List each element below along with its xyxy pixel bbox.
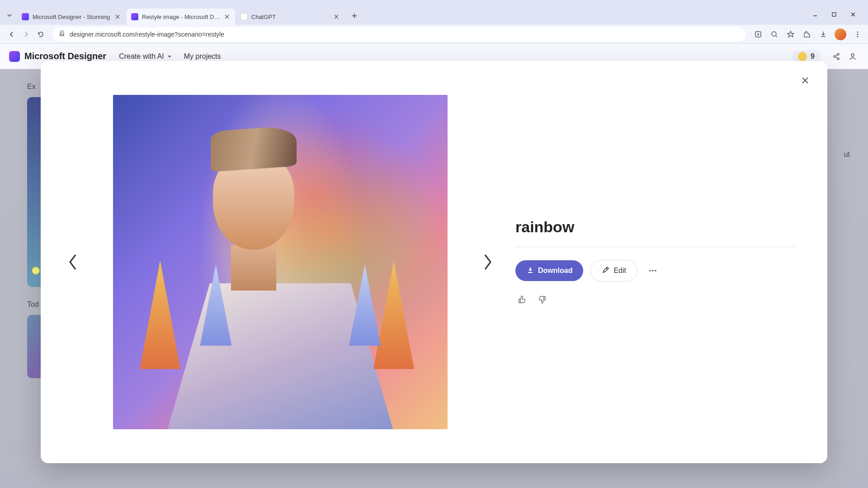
edit-label: Edit [613, 267, 626, 275]
next-image-button[interactable] [477, 249, 497, 276]
svg-point-10 [649, 270, 651, 272]
thumbs-down-button[interactable] [536, 293, 549, 306]
nav-label: My projects [184, 52, 221, 61]
chatgpt-icon [241, 13, 248, 20]
tab-title: ChatGPT [251, 14, 330, 20]
close-icon[interactable] [333, 13, 340, 20]
download-icon[interactable] [818, 29, 828, 39]
tab-title: Microsoft Designer - Stunning [33, 14, 111, 20]
previous-image-button[interactable] [63, 249, 83, 276]
modal-scrim[interactable]: rainbow Download Edit [0, 69, 868, 488]
svg-point-12 [655, 270, 656, 272]
close-modal-button[interactable] [797, 73, 813, 88]
create-with-ai-menu[interactable]: Create with AI [119, 52, 172, 61]
extensions-icon[interactable] [802, 29, 812, 39]
window-close-icon[interactable] [848, 9, 858, 19]
back-button[interactable] [5, 28, 18, 41]
site-info-icon[interactable] [59, 30, 65, 38]
svg-rect-0 [832, 13, 836, 16]
bookmark-icon[interactable] [786, 29, 796, 39]
edit-button[interactable]: Edit [590, 260, 637, 282]
browser-tab[interactable]: Microsoft Designer - Stunning [17, 9, 126, 25]
svg-point-2 [772, 32, 776, 36]
account-icon[interactable] [846, 50, 859, 63]
nav-label: Create with AI [119, 52, 164, 61]
browser-tab[interactable]: ChatGPT [236, 9, 344, 25]
profile-avatar[interactable] [835, 28, 846, 40]
new-tab-button[interactable] [348, 9, 361, 22]
forward-button[interactable] [20, 28, 33, 41]
share-icon[interactable] [830, 50, 843, 63]
preview-column [72, 79, 488, 445]
close-icon[interactable] [114, 13, 121, 20]
designer-logo-icon[interactable] [9, 51, 20, 62]
address-bar: designer.microsoft.com/restyle-image?sce… [0, 25, 868, 44]
app-title[interactable]: Microsoft Designer [24, 51, 106, 61]
chevron-down-icon [167, 52, 172, 61]
edit-icon [602, 266, 610, 276]
svg-point-4 [857, 33, 859, 35]
my-projects-link[interactable]: My projects [184, 52, 221, 61]
coin-icon [798, 52, 807, 61]
kebab-menu-icon[interactable] [853, 29, 863, 39]
reload-button[interactable] [34, 28, 47, 41]
minimize-icon[interactable] [810, 9, 820, 19]
download-label: Download [538, 267, 572, 275]
close-icon[interactable] [223, 13, 231, 20]
image-detail-modal: rainbow Download Edit [41, 61, 827, 463]
detail-column: rainbow Download Edit [488, 79, 796, 445]
download-icon [526, 266, 534, 276]
generated-image-preview [113, 95, 448, 429]
designer-icon [131, 13, 138, 20]
credits-value: 9 [811, 52, 815, 61]
svg-point-3 [857, 31, 859, 33]
tab-title: Restyle image - Microsoft Desi [142, 14, 221, 20]
svg-point-11 [652, 270, 654, 272]
install-icon[interactable] [753, 29, 763, 39]
url-text: designer.microsoft.com/restyle-image?sce… [70, 31, 224, 38]
designer-icon [22, 13, 29, 20]
browser-tab[interactable]: Restyle image - Microsoft Desi [127, 9, 235, 25]
svg-point-6 [834, 56, 835, 57]
cursor-indicator [32, 267, 40, 275]
more-options-button[interactable] [645, 263, 661, 279]
maximize-icon[interactable] [829, 9, 839, 19]
url-bar[interactable]: designer.microsoft.com/restyle-image?sce… [52, 27, 746, 42]
browser-tab-strip: Microsoft Designer - Stunning Restyle im… [0, 0, 868, 25]
tabs-dropdown-icon[interactable] [5, 11, 14, 19]
svg-point-9 [851, 54, 854, 56]
thumbs-up-button[interactable] [515, 293, 528, 306]
image-title: rainbow [515, 218, 796, 247]
svg-point-5 [857, 36, 859, 37]
zoom-icon[interactable] [769, 29, 779, 39]
download-button[interactable]: Download [515, 260, 583, 281]
